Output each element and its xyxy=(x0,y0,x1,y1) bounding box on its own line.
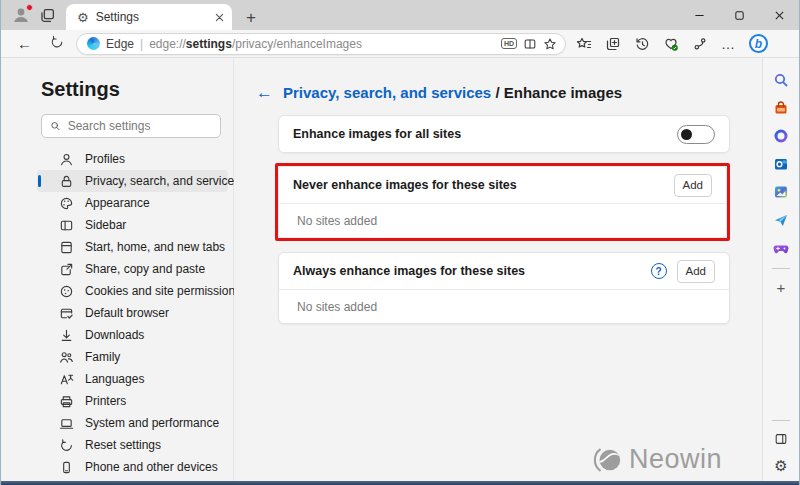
back-icon[interactable]: ← xyxy=(11,35,38,52)
sidebar-item-label: Default browser xyxy=(85,306,169,320)
sidebar-item-label: Printers xyxy=(85,394,126,408)
minimize-button[interactable] xyxy=(679,0,719,30)
games-icon[interactable] xyxy=(769,236,793,260)
m365-icon[interactable] xyxy=(769,124,793,148)
url-separator: | xyxy=(140,37,143,51)
sidebar-item-share-copy[interactable]: Share, copy and paste xyxy=(37,258,228,280)
toggle-knob xyxy=(681,129,692,140)
url-path: /privacy/enhanceImages xyxy=(232,37,362,51)
sidebar-item-default-browser[interactable]: Default browser xyxy=(37,302,228,324)
tab-gear-icon: ⚙ xyxy=(77,11,89,24)
reset-icon xyxy=(58,437,74,453)
back-arrow-icon[interactable]: ← xyxy=(256,84,273,101)
edge-sidebar: + ⚙ xyxy=(762,58,799,481)
sidebar-item-reset[interactable]: Reset settings xyxy=(37,434,228,456)
settings-nav-list: Profiles Privacy, search, and services A… xyxy=(37,148,228,478)
copilot-bing-icon[interactable]: b xyxy=(749,34,768,53)
appearance-icon xyxy=(58,195,74,211)
never-enhance-add-button[interactable]: Add xyxy=(674,174,712,197)
always-enhance-add-button[interactable]: Add xyxy=(677,260,715,283)
collections-icon[interactable] xyxy=(605,36,621,52)
url-text[interactable]: edge://settings/privacy/enhanceImages xyxy=(149,37,495,51)
tab-close-icon[interactable] xyxy=(215,13,224,22)
edge-brand-label: Edge xyxy=(106,37,134,51)
refresh-icon[interactable] xyxy=(44,35,70,52)
browser-essentials-icon[interactable] xyxy=(663,36,679,52)
more-menu-icon[interactable]: … xyxy=(721,36,736,52)
sidebar-item-privacy[interactable]: Privacy, search, and services xyxy=(37,170,228,192)
help-icon[interactable]: ? xyxy=(651,263,667,279)
sidebar-search-icon[interactable] xyxy=(769,68,793,92)
sidebar-item-label: Appearance xyxy=(85,196,150,210)
breadcrumb-parent-link[interactable]: Privacy, search, and services xyxy=(283,84,491,101)
sidebar-item-downloads[interactable]: Downloads xyxy=(37,324,228,346)
browser-icon xyxy=(58,305,74,321)
printer-icon xyxy=(58,393,74,409)
new-tab-button[interactable]: + xyxy=(242,8,260,30)
family-icon xyxy=(58,349,74,365)
settings-search[interactable] xyxy=(41,114,221,138)
settings-search-input[interactable] xyxy=(68,119,212,133)
share-copy-icon xyxy=(58,261,74,277)
page-icon xyxy=(58,239,74,255)
sidebar-item-system[interactable]: System and performance xyxy=(37,412,228,434)
favorite-star-icon[interactable] xyxy=(543,37,557,51)
phone-icon xyxy=(58,459,74,475)
enhance-all-sites-toggle[interactable] xyxy=(677,125,715,144)
sidebar-item-label: Profiles xyxy=(85,152,125,166)
breadcrumb-separator: / xyxy=(495,84,499,101)
card-title: Enhance images for all sites xyxy=(293,127,677,141)
sidebar-item-label: Downloads xyxy=(85,328,144,342)
outlook-icon[interactable] xyxy=(769,152,793,176)
history-icon[interactable] xyxy=(634,36,650,52)
languages-icon xyxy=(58,371,74,387)
settings-content: ← Privacy, search, and services / Enhanc… xyxy=(234,58,762,481)
title-bar: ⚙ Settings + xyxy=(1,0,799,30)
enhance-images-hd-icon[interactable]: HD xyxy=(501,38,517,49)
person-icon xyxy=(58,151,74,167)
sidebar-item-label: Privacy, search, and services xyxy=(85,174,240,188)
breadcrumb: ← Privacy, search, and services / Enhanc… xyxy=(256,84,762,101)
card-never-enhance: Never enhance images for these sites Add… xyxy=(278,166,727,238)
share-icon[interactable] xyxy=(692,36,708,52)
sidebar-item-label: Sidebar xyxy=(85,218,126,232)
url-bar[interactable]: Edge | edge://settings/privacy/enhanceIm… xyxy=(76,33,566,55)
sidebar-layout-icon xyxy=(58,217,74,233)
customize-sidebar-button[interactable]: + xyxy=(769,275,793,299)
sidebar-item-cookies[interactable]: Cookies and site permissions xyxy=(37,280,228,302)
sidebar-item-profiles[interactable]: Profiles xyxy=(37,148,228,170)
split-screen-icon[interactable] xyxy=(523,37,537,51)
settings-sidebar: Settings Profiles Privacy, search, and s… xyxy=(1,58,234,481)
sidebar-item-label: Languages xyxy=(85,372,144,386)
workspaces-icon[interactable] xyxy=(39,7,56,24)
sidebar-item-label: Family xyxy=(85,350,120,364)
page-title: Enhance images xyxy=(504,84,622,101)
sidebar-settings-gear-icon[interactable]: ⚙ xyxy=(774,457,787,475)
image-creator-icon[interactable] xyxy=(769,180,793,204)
sidebar-item-label: Phone and other devices xyxy=(85,460,218,474)
sidebar-item-start-home[interactable]: Start, home, and new tabs xyxy=(37,236,228,258)
maximize-button[interactable] xyxy=(719,0,759,30)
profile-avatar[interactable] xyxy=(11,5,31,25)
close-button[interactable] xyxy=(759,0,799,30)
tab-settings[interactable]: ⚙ Settings xyxy=(66,4,232,30)
sidebar-divider xyxy=(772,268,790,269)
drop-icon[interactable] xyxy=(769,208,793,232)
red-highlight-box: Never enhance images for these sites Add… xyxy=(275,163,730,241)
sidebar-item-family[interactable]: Family xyxy=(37,346,228,368)
sidebar-item-label: Share, copy and paste xyxy=(85,262,205,276)
sidebar-item-sidebar[interactable]: Sidebar xyxy=(37,214,228,236)
cookie-icon xyxy=(58,283,74,299)
sidebar-item-label: Cookies and site permissions xyxy=(85,284,241,298)
favorites-hub-icon[interactable] xyxy=(576,36,592,52)
sidebar-item-appearance[interactable]: Appearance xyxy=(37,192,228,214)
sidebar-item-printers[interactable]: Printers xyxy=(37,390,228,412)
edge-logo-icon xyxy=(87,37,100,50)
sidebar-item-languages[interactable]: Languages xyxy=(37,368,228,390)
search-icon xyxy=(50,120,61,132)
sidebar-panel-icon[interactable] xyxy=(769,427,793,451)
never-enhance-empty-text: No sites added xyxy=(279,204,726,237)
always-enhance-empty-text: No sites added xyxy=(279,290,729,323)
shopping-icon[interactable] xyxy=(769,96,793,120)
sidebar-item-phone[interactable]: Phone and other devices xyxy=(37,456,228,478)
